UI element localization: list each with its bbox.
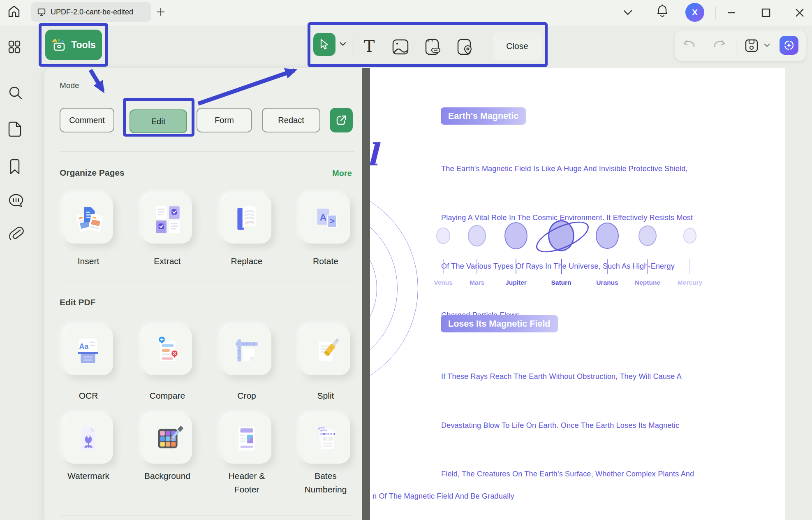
home-button[interactable]: [7, 5, 21, 19]
tile-header-footer[interactable]: [222, 414, 271, 464]
close-window-button[interactable]: [793, 6, 807, 20]
tile-label-header-footer: Header & Footer: [220, 469, 273, 496]
svg-text:000123: 000123: [320, 432, 335, 436]
planet-label: Jupiter: [505, 279, 527, 286]
paragraph-line: Devastating Blow To Life On Earth. Once …: [441, 418, 694, 434]
svg-text:T: T: [364, 38, 375, 55]
sidebar-item-pages[interactable]: [8, 121, 22, 137]
planet-jupiter: Jupiter: [491, 214, 541, 286]
tile-compare[interactable]: [143, 326, 192, 375]
organize-pages-title: Organize Pages: [60, 168, 125, 178]
ai-assistant-icon: [783, 39, 795, 51]
tile-label-replace: Replace: [216, 254, 278, 268]
watermark-icon: [72, 423, 104, 455]
tile-crop[interactable]: [222, 326, 271, 375]
tile-bates-numbering[interactable]: 000123: [301, 414, 350, 464]
crop-icon: [231, 334, 263, 367]
toolbar-separator: [352, 36, 352, 54]
avatar-initial: X: [692, 7, 698, 17]
select-tool-button[interactable]: [313, 33, 335, 56]
chevron-down-icon: [764, 43, 770, 48]
mode-section-label: Mode: [60, 81, 79, 90]
save-button[interactable]: [744, 38, 759, 53]
mode-button-redact[interactable]: Redact: [262, 108, 320, 132]
text-tool-button[interactable]: T: [361, 38, 378, 55]
chevron-down-icon: [340, 42, 346, 46]
tile-extract[interactable]: [143, 194, 192, 244]
paragraph-line: The Earth's Magnetic Field Is Like A Hug…: [441, 161, 693, 177]
search-icon: [8, 86, 23, 100]
compare-icon: [151, 334, 183, 367]
tile-watermark[interactable]: [64, 414, 113, 464]
collapse-toolbar-button[interactable]: [621, 6, 635, 20]
ocr-icon: Aa: [72, 334, 104, 367]
mode-button-label: Comment: [69, 116, 105, 125]
close-edit-mode-button[interactable]: Close: [493, 32, 542, 60]
close-button-label: Close: [506, 41, 528, 51]
tools-button[interactable]: Tools: [45, 30, 102, 60]
planet-neptune-circle: [638, 225, 657, 246]
orbit-arc: [370, 185, 418, 392]
sidebar-item-apps[interactable]: [8, 40, 21, 53]
tile-background[interactable]: [143, 414, 192, 464]
mode-button-form[interactable]: Form: [197, 108, 252, 132]
tools-panel: Mode Comment Edit Form Redact Organize P…: [44, 68, 362, 520]
new-tab-button[interactable]: [155, 7, 166, 17]
text-tool-icon: T: [361, 38, 378, 55]
extract-icon: [151, 203, 183, 235]
titlebar: UPDF-2.0-cant-be-edited X: [0, 0, 812, 26]
user-avatar[interactable]: X: [685, 3, 704, 22]
tools-button-label: Tools: [71, 39, 96, 51]
sidebar-item-attachments[interactable]: [8, 225, 25, 242]
image-tool-button[interactable]: [392, 39, 409, 55]
tile-split[interactable]: [301, 326, 350, 375]
sidebar-item-search[interactable]: [8, 86, 23, 100]
planet-tick: [561, 259, 562, 274]
mode-button-comment[interactable]: Comment: [60, 108, 114, 132]
planet-jupiter-circle: [504, 222, 527, 249]
quick-actions-group: [675, 30, 806, 61]
organize-more-link[interactable]: More: [332, 169, 352, 178]
planet-mercury: Mercury: [665, 214, 715, 286]
redo-button[interactable]: [713, 39, 726, 51]
mode-button-edit[interactable]: Edit: [130, 109, 187, 133]
tile-replace[interactable]: [222, 194, 271, 244]
tile-label-rotate: Rotate: [295, 254, 356, 268]
notifications-button[interactable]: [655, 4, 669, 18]
sign-location-tool-button[interactable]: [456, 38, 474, 56]
toolbar-separator: [736, 38, 736, 53]
expand-panel-button[interactable]: [330, 108, 353, 132]
apps-grid-icon: [8, 40, 21, 53]
tile-rotate[interactable]: A >: [301, 194, 350, 244]
tab-title: UPDF-2.0-cant-be-edited: [51, 8, 133, 16]
sidebar-item-bookmarks[interactable]: [8, 159, 21, 174]
tile-ocr[interactable]: Aa: [64, 326, 113, 375]
cursor-icon: [319, 39, 330, 50]
section-divider: [60, 151, 354, 152]
planet-saturn: Saturn: [537, 214, 586, 286]
link-tool-button[interactable]: [424, 38, 442, 56]
tile-label-compare: Compare: [136, 389, 198, 402]
planet-mars-circle: [468, 225, 486, 246]
panel-scrollbar[interactable]: [362, 68, 370, 520]
undo-button[interactable]: [682, 39, 696, 51]
doc-heading-2: Loses Its Magnetic Field: [441, 315, 558, 332]
planet-label: Uranus: [596, 279, 618, 286]
home-icon: [7, 5, 21, 19]
ai-assistant-button[interactable]: [780, 36, 798, 55]
planet-tick: [443, 259, 444, 274]
replace-icon: [231, 203, 263, 235]
tile-label-insert: Insert: [58, 254, 119, 268]
sidebar-item-comments[interactable]: [8, 193, 24, 208]
minimize-button[interactable]: [724, 6, 738, 20]
tile-label-extract: Extract: [136, 254, 198, 268]
bookmark-icon: [8, 159, 21, 174]
maximize-button[interactable]: [759, 6, 773, 20]
save-options-dropdown[interactable]: [764, 43, 770, 48]
paperclip-icon: [8, 225, 25, 242]
document-tab[interactable]: UPDF-2.0-cant-be-edited: [31, 2, 151, 22]
select-tool-dropdown[interactable]: [340, 42, 346, 46]
planet-tick: [607, 259, 608, 274]
maximize-icon: [761, 7, 771, 18]
tile-insert[interactable]: [64, 194, 113, 244]
